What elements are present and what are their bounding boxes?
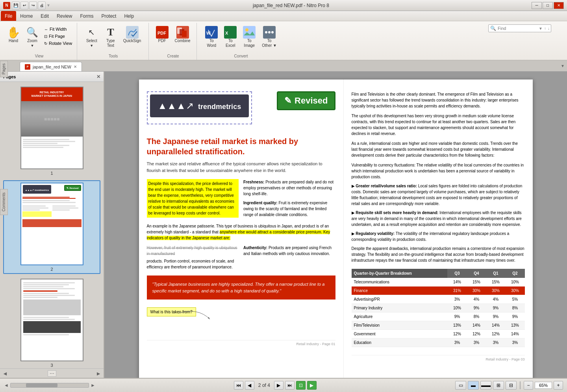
view-mode-4-btn[interactable]: ⊞ [493, 381, 504, 390]
menu-protect[interactable]: Protect [97, 11, 120, 21]
p2-trendmetrics: ▲▲▲↗ trendmetrics [23, 185, 52, 194]
tab-close-btn[interactable]: ✕ [74, 65, 77, 69]
row-government-q2: 14% [505, 330, 524, 338]
menu-forms[interactable]: Forms [76, 11, 97, 21]
type-text-btn[interactable]: T TypeText [102, 24, 119, 50]
page-separator: of [262, 383, 267, 388]
freshness-para: Freshness: Products are prepared daily a… [243, 179, 335, 197]
fit-width-icon: ↔ [44, 27, 48, 31]
search-input[interactable] [498, 26, 537, 31]
scroll-right-btn[interactable]: ► [91, 383, 95, 388]
portion-para: products. Portion control, economies of … [147, 258, 239, 270]
hand-tool-btn[interactable]: ✋ Hand [5, 24, 22, 45]
view-mode-1-btn[interactable]: ▭ [455, 381, 466, 390]
right-text-2: The upshot of this development has been … [352, 113, 525, 137]
play-status-btn[interactable]: ▶ [307, 381, 317, 390]
page-thumb-2[interactable]: ✎Revised ▲▲▲↗ trendmetrics [3, 180, 100, 274]
svg-rect-6 [182, 31, 187, 37]
sidebar-right-arrow[interactable]: ► [96, 370, 101, 377]
page-thumb-3[interactable]: 3 [3, 277, 100, 368]
p1-header: RETAIL INDUSTRYMARKET DYNAMICS IN JAPAN [21, 87, 83, 101]
save-quick-btn[interactable]: 💾 [12, 2, 20, 9]
table-row-finance: Finance 31% 30% 30% 30% [352, 287, 525, 295]
close-btn[interactable]: ✕ [554, 2, 564, 9]
main-layout: Pages ✕ RETAIL INDUSTRYMARKET DYNAMICS I… [0, 72, 567, 378]
combine-btn[interactable]: Combine [172, 24, 193, 45]
pdf-left-subcol: Despite this specialization, the price d… [147, 179, 239, 218]
authenticity-label: Authenticity: [243, 246, 267, 250]
menu-edit[interactable]: Edit [37, 11, 53, 21]
undo-btn[interactable]: ↩ [20, 2, 28, 9]
pages-vertical-tab[interactable]: Pages [0, 61, 8, 77]
zoom-out-btn[interactable]: − [524, 381, 533, 390]
scroll-left-btn[interactable]: ◄ [4, 383, 9, 388]
view-mode-5-btn[interactable]: ⊟ [506, 381, 517, 390]
first-page-btn[interactable]: ⏮ [234, 381, 243, 390]
horizontal-scroll-thumb [26, 383, 57, 387]
row-government-q1: 12% [486, 330, 505, 338]
pdf-btn[interactable]: PDF PDF [154, 24, 171, 45]
select-btn[interactable]: ↖ Select▼ [83, 24, 100, 50]
type-text-label: TypeText [106, 39, 115, 48]
excel-icon: X [224, 26, 237, 39]
to-image-label: ToImage [244, 39, 255, 48]
content-area[interactable]: ▲▲▲↗ trendmetrics ✎ Revised The Japanese… [104, 72, 567, 378]
highlight-yellow-1: anywhere else would attract a considerab… [147, 230, 330, 240]
status-bar: ◄ ► ⏮ ◀ 2 of 4 ▶ ⏭ ⊡ ▶ ▭ ▬ ▬▬ ⊞ ⊟ − 65% … [0, 378, 567, 392]
fit-width-btn[interactable]: ↔ Fit Width [43, 26, 74, 32]
rotate-icon: ↻ [44, 41, 47, 46]
row-label-film: Film/Television [352, 321, 448, 330]
page-total: 4 [267, 383, 270, 388]
to-image-btn[interactable]: ToImage [241, 24, 258, 50]
table-row-film: Film/Television 13% 14% 14% 13% [352, 321, 525, 330]
sidebar-left-arrow[interactable]: ◄ [2, 370, 8, 377]
table-header-q3: Q3 [447, 269, 467, 278]
fit-page-btn[interactable]: ⊡ Fit Page [43, 33, 74, 39]
pdf-tab[interactable]: P japan_file_red NEW ✕ [20, 62, 82, 71]
row-government-q3: 12% [447, 330, 467, 338]
pdf-subtitle: The market size and relative affluence o… [147, 161, 335, 174]
to-excel-btn[interactable]: X ToExcel [222, 24, 239, 50]
maximize-btn[interactable]: □ [543, 2, 553, 9]
search-next-icon[interactable]: ↓ [548, 26, 550, 31]
ribbon-group-view: ✋ Hand 🔍 Zoom▼ ↔ Fit Width ⊡ Fit Page [2, 23, 77, 60]
svg-rect-11 [243, 26, 256, 39]
menu-home[interactable]: Home [16, 11, 37, 21]
page-info: 2 of 4 [256, 383, 272, 388]
view-mode-2-btn[interactable]: ▬ [468, 381, 479, 390]
hand-icon: ✋ [7, 26, 20, 39]
zoom-in-btn[interactable]: + [554, 381, 563, 390]
zoom-btn[interactable]: 🔍 Zoom▼ [24, 24, 41, 50]
revised-label: Revised [295, 96, 328, 106]
to-word-btn[interactable]: W ToWord [203, 24, 220, 50]
view-mode-3-btn[interactable]: ▬▬ [480, 381, 491, 390]
search-prev-icon[interactable]: ↑ [544, 26, 546, 31]
ribbon-group-create: PDF PDF Combine Create [150, 23, 197, 60]
menu-help[interactable]: Help [120, 11, 138, 21]
tab-dropdown-btn[interactable]: ▼ [558, 64, 567, 68]
horizontal-scrollbar[interactable] [10, 383, 89, 388]
fit-page-status-btn[interactable]: ⊡ [296, 381, 306, 390]
rotate-view-btn[interactable]: ↻ Rotate View [43, 40, 74, 46]
row-finance-q4: 30% [467, 287, 486, 295]
minimize-btn[interactable]: ─ [532, 2, 542, 9]
menu-file[interactable]: File [1, 11, 16, 21]
comments-vertical-tab[interactable]: Comments [0, 189, 8, 215]
quicksign-btn[interactable]: QuickSign [121, 24, 144, 45]
sidebar-close-btn[interactable]: ✕ [96, 74, 100, 80]
row-telecom-q1: 15% [486, 278, 505, 287]
svg-text:X: X [225, 31, 228, 35]
last-page-btn[interactable]: ⏭ [285, 381, 295, 390]
quicksign-label: QuickSign [123, 39, 141, 43]
pages-tab-label[interactable]: Pages [0, 61, 8, 77]
to-other-btn[interactable]: ToOther ▼ [259, 24, 279, 50]
menu-review[interactable]: Review [53, 11, 76, 21]
comments-tab-label[interactable]: Comments [0, 189, 8, 215]
redo-btn[interactable]: ↪ [29, 2, 37, 9]
next-page-btn[interactable]: ▶ [274, 381, 284, 390]
sidebar-expand-btn[interactable]: ⋯ [48, 370, 56, 377]
page-thumb-1[interactable]: RETAIL INDUSTRYMARKET DYNAMICS IN JAPAN … [3, 85, 100, 177]
patisserie-text-content: An example is the Japanese patisserie. T… [147, 224, 330, 240]
prev-page-btn[interactable]: ◀ [245, 381, 254, 390]
print-btn[interactable]: 🖨 [38, 2, 46, 9]
